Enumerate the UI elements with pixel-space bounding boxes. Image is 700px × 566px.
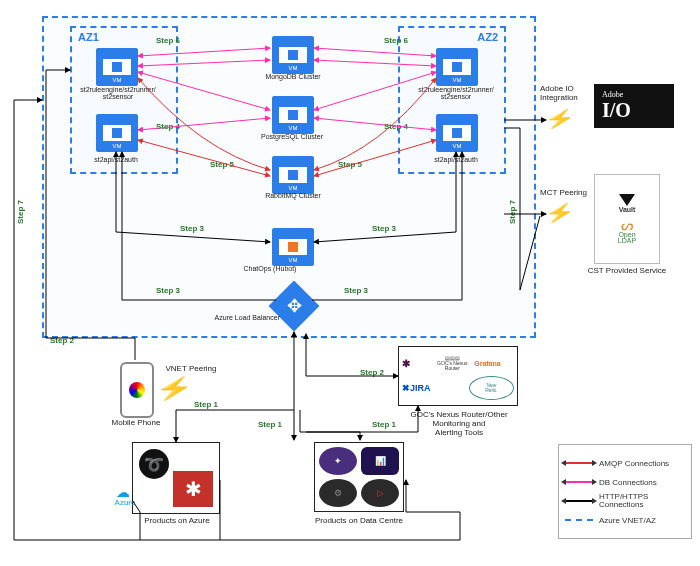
product-icon-1: ➰	[139, 449, 169, 479]
legend-amqp: AMQP Connections	[565, 456, 685, 470]
products-on-azure-box: ➰ ✱	[132, 442, 220, 514]
products-dc-caption: Products on Data Centre	[304, 516, 414, 525]
az1-top-caption: st2ruleengine/st2runner/ st2sensor	[74, 86, 162, 100]
adobe-brand: Adobe	[602, 90, 666, 99]
step-label-3-lb-right: Step 3	[344, 286, 368, 295]
legend-http-label: HTTP/HTTPS Connections	[599, 493, 648, 509]
step-label-3-left: Step 3	[180, 224, 204, 233]
postgres-vm: VM	[272, 96, 314, 134]
adobe-io-caption: Adobe IO Integration	[540, 84, 600, 102]
lightning-icon: ⚡	[544, 108, 575, 130]
vm-label: VM	[113, 77, 122, 83]
legend-db: DB Connections	[565, 475, 685, 489]
adobe-io-box: Adobe I/O	[594, 84, 674, 128]
product-icon-2: ✱	[173, 471, 213, 507]
step-label-5-right: Step 5	[338, 160, 362, 169]
az2-bottom-caption: st2api/st2auth	[426, 156, 486, 163]
lightning-icon: ⚡	[155, 376, 193, 402]
openldap-icon: ᔕ Open LDAP	[618, 219, 636, 244]
dc-icon-2: 📊	[361, 447, 399, 475]
goc-nexus-label: ▤▤▤GOC's Nexus Router	[432, 356, 472, 371]
step-label-6-right: Step 6	[384, 36, 408, 45]
azure-cloud-label: Azure	[108, 498, 142, 507]
mongo-caption: MongoDB Cluster	[248, 73, 338, 80]
cst-service-box: Vault ᔕ Open LDAP	[594, 174, 660, 264]
step-label-2-a: Step 2	[50, 336, 74, 345]
legend-vnet-label: Azure VNET/AZ	[599, 516, 656, 525]
mongo-vm: VM	[272, 36, 314, 74]
vnet-peering-label: VNET Peering	[158, 364, 224, 373]
vm-label: VM	[289, 125, 298, 131]
jira-label: ✖JIRA	[402, 383, 467, 393]
dc-icon-1: ✦	[319, 447, 357, 475]
step-label-4-right: Step 4	[384, 122, 408, 131]
vm-label: VM	[289, 257, 298, 263]
az2-vm-bottom: VM	[436, 114, 478, 152]
lightning-icon: ⚡	[544, 202, 575, 224]
legend-vnet: Azure VNET/AZ	[565, 513, 685, 527]
postgres-caption: PostgreSQL Cluster	[244, 133, 340, 140]
step-label-2-b: Step 2	[360, 368, 384, 377]
slack-icon: ✱	[402, 358, 430, 369]
newrelic-label: New Relic.	[469, 376, 514, 400]
az1-title: AZ1	[78, 31, 99, 43]
az2-vm-top: VM	[436, 48, 478, 86]
mobile-phone-icon	[120, 362, 154, 418]
legend-http: HTTP/HTTPS Connections	[565, 494, 685, 508]
step-label-7-left: Step 7	[16, 200, 25, 224]
step-label-1-a: Step 1	[194, 400, 218, 409]
rabbit-vm: VM	[272, 156, 314, 194]
az2-top-caption: st2ruleengine/st2runner/ st2sensor	[410, 86, 502, 100]
mct-caption: MCT Peering	[540, 188, 600, 197]
dc-icon-3: ⚙	[319, 479, 357, 507]
cst-caption: CST Provided Service	[584, 266, 670, 275]
vm-label: VM	[289, 65, 298, 71]
app-grid-icon	[129, 382, 145, 398]
step-label-1-c: Step 1	[372, 420, 396, 429]
step-label-1-b: Step 1	[258, 420, 282, 429]
vm-label: VM	[453, 77, 462, 83]
mobile-caption: Mobile Phone	[106, 418, 166, 427]
step-label-7-right: Step 7	[508, 200, 517, 224]
openldap-label: Open LDAP	[618, 232, 636, 245]
lb-caption: Azure Load Balancer	[200, 314, 280, 321]
vault-label: Vault	[619, 206, 636, 213]
dc-icon-4: ▷	[361, 479, 399, 507]
chatops-caption: ChatOps (Hubot)	[230, 265, 310, 272]
step-label-4-left: Step 4	[156, 122, 180, 131]
legend-amqp-label: AMQP Connections	[599, 459, 669, 468]
step-label-3-lb-left: Step 3	[156, 286, 180, 295]
vm-label: VM	[289, 185, 298, 191]
products-azure-caption: Products on Azure	[134, 516, 220, 525]
products-on-dc-box: ✦ 📊 ⚙ ▷	[314, 442, 404, 512]
az1-vm-bottom: VM	[96, 114, 138, 152]
az2-title: AZ2	[477, 31, 498, 43]
step-label-6-left: Step 6	[156, 36, 180, 45]
az1-bottom-caption: st2api/st2auth	[86, 156, 146, 163]
vm-label: VM	[113, 143, 122, 149]
diagram-canvas: AZ1 AZ2 VM st2ruleengine/st2runner/ st2s…	[0, 0, 700, 566]
rabbit-caption: RabbitMQ Cluster	[248, 192, 338, 199]
arrows-icon: ✥	[287, 295, 302, 317]
legend: AMQP Connections DB Connections HTTP/HTT…	[558, 444, 692, 539]
grafana-label: Grafana	[474, 360, 514, 367]
goc-caption: GOC's Nexus Router/Other Monitoring and …	[394, 410, 524, 437]
adobe-io-text: I/O	[602, 99, 666, 122]
chatops-vm: VM	[272, 228, 314, 266]
az1-vm-top: VM	[96, 48, 138, 86]
step-label-5-left: Step 5	[210, 160, 234, 169]
legend-db-label: DB Connections	[599, 478, 657, 487]
goc-tools-box: ✱ ▤▤▤GOC's Nexus Router Grafana ✖JIRA Ne…	[398, 346, 518, 406]
step-label-3-right: Step 3	[372, 224, 396, 233]
vault-icon: Vault	[619, 194, 636, 213]
vm-label: VM	[453, 143, 462, 149]
